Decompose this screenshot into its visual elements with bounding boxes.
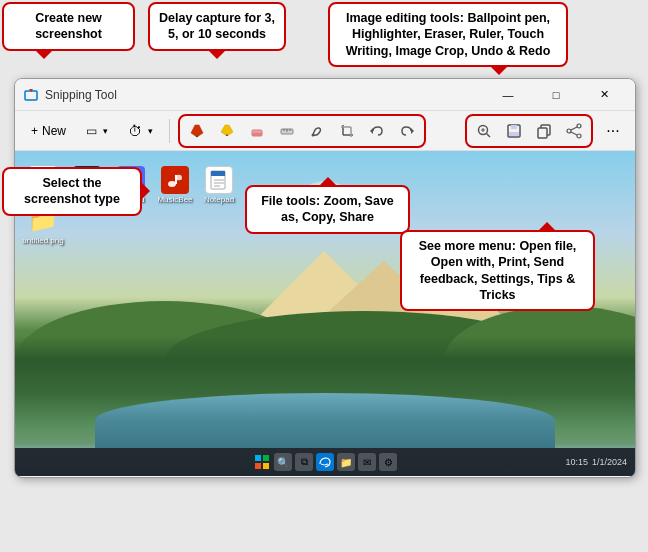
svg-line-32 [571, 127, 577, 130]
mode-selector[interactable]: ▭ [78, 117, 116, 145]
svg-rect-61 [263, 463, 269, 469]
svg-rect-58 [255, 455, 261, 461]
callout-image-editing: Image editing tools: Ballpoint pen, High… [328, 2, 568, 67]
callout-see-more: See more menu: Open file, Open with, Pri… [400, 230, 595, 311]
svg-rect-7 [252, 133, 262, 136]
svg-point-13 [312, 133, 315, 136]
close-button[interactable]: ✕ [581, 79, 627, 111]
ruler-button[interactable] [273, 117, 301, 145]
svg-point-30 [567, 129, 571, 133]
taskbar-mail[interactable]: ✉ [358, 453, 376, 471]
svg-rect-28 [538, 128, 547, 138]
highlighter-button[interactable] [213, 117, 241, 145]
save-button[interactable] [500, 117, 528, 145]
desktop-icon-notepad[interactable]: Notepad [201, 166, 237, 214]
callout-file-tools-text: File tools: Zoom, Save as, Copy, Share [261, 194, 394, 224]
delay-selector[interactable]: ⏱ [120, 117, 161, 145]
folder-label: untitled.png [22, 236, 63, 245]
new-button[interactable]: + New [23, 117, 74, 145]
maximize-button[interactable]: □ [533, 79, 579, 111]
svg-marker-19 [411, 128, 414, 134]
taskbar-taskview[interactable]: ⧉ [295, 453, 313, 471]
desktop-icon-musicbee[interactable]: MusicBee [157, 166, 193, 214]
editing-tools-group [178, 114, 426, 148]
app-icon [23, 87, 39, 103]
svg-rect-0 [25, 91, 37, 100]
crop-button[interactable] [333, 117, 361, 145]
divider-1 [169, 119, 170, 143]
file-tools-group [465, 114, 593, 148]
taskbar-date: 1/1/2024 [592, 457, 627, 467]
callout-create-new: Create new screenshot [2, 2, 135, 51]
redo-button[interactable] [393, 117, 421, 145]
svg-rect-25 [511, 125, 517, 129]
taskbar-time: 10:15 [565, 457, 588, 467]
undo-button[interactable] [363, 117, 391, 145]
notepad-label: Notepad [204, 196, 234, 205]
svg-rect-52 [175, 175, 177, 184]
minimize-button[interactable]: — [485, 79, 531, 111]
taskbar-explorer[interactable]: 📁 [337, 453, 355, 471]
copy-button[interactable] [530, 117, 558, 145]
taskbar-systray: 10:15 1/1/2024 [565, 457, 627, 467]
callout-create-new-text: Create new screenshot [35, 11, 102, 41]
new-label: New [42, 124, 66, 138]
svg-rect-26 [509, 132, 519, 136]
svg-line-21 [487, 133, 491, 137]
forest-line [15, 336, 635, 396]
svg-line-33 [571, 132, 577, 135]
musicbee-icon [161, 166, 189, 194]
taskbar-edge[interactable] [316, 453, 334, 471]
svg-point-31 [577, 134, 581, 138]
window-title: Snipping Tool [45, 88, 485, 102]
notepad-icon [205, 166, 233, 194]
pen-button[interactable] [183, 117, 211, 145]
taskbar-search[interactable]: 🔍 [274, 453, 292, 471]
callout-file-tools: File tools: Zoom, Save as, Copy, Share [245, 185, 410, 234]
callout-see-more-text: See more menu: Open file, Open with, Pri… [419, 239, 577, 302]
svg-rect-59 [263, 455, 269, 461]
delay-icon: ⏱ [128, 123, 142, 139]
new-icon: + [31, 124, 38, 138]
window-controls: — □ ✕ [485, 79, 627, 111]
more-icon: ··· [606, 122, 619, 140]
svg-rect-54 [211, 171, 225, 176]
callout-delay-text: Delay capture for 3, 5, or 10 seconds [159, 11, 275, 41]
svg-rect-60 [255, 463, 261, 469]
share-button[interactable] [560, 117, 588, 145]
taskbar-start[interactable] [253, 453, 271, 471]
taskbar: 🔍 ⧉ 📁 ✉ ⚙ 10:15 1/1/2024 [15, 448, 635, 476]
callout-image-editing-text: Image editing tools: Ballpoint pen, High… [346, 11, 551, 58]
zoom-button[interactable] [470, 117, 498, 145]
toolbar: + New ▭ ⏱ [15, 111, 635, 151]
svg-marker-18 [370, 128, 373, 134]
svg-point-51 [168, 181, 176, 187]
callout-delay-capture: Delay capture for 3, 5, or 10 seconds [148, 2, 286, 51]
title-bar: Snipping Tool — □ ✕ [15, 79, 635, 111]
musicbee-label: MusicBee [157, 196, 192, 205]
eraser-button[interactable] [243, 117, 271, 145]
svg-point-29 [577, 124, 581, 128]
callout-screenshot-type: Select the screenshot type [2, 167, 142, 216]
touch-writing-button[interactable] [303, 117, 331, 145]
lake [95, 393, 555, 448]
mode-icon: ▭ [86, 124, 97, 138]
callout-screenshot-type-text: Select the screenshot type [24, 176, 120, 206]
taskbar-settings[interactable]: ⚙ [379, 453, 397, 471]
more-button[interactable]: ··· [599, 117, 627, 145]
